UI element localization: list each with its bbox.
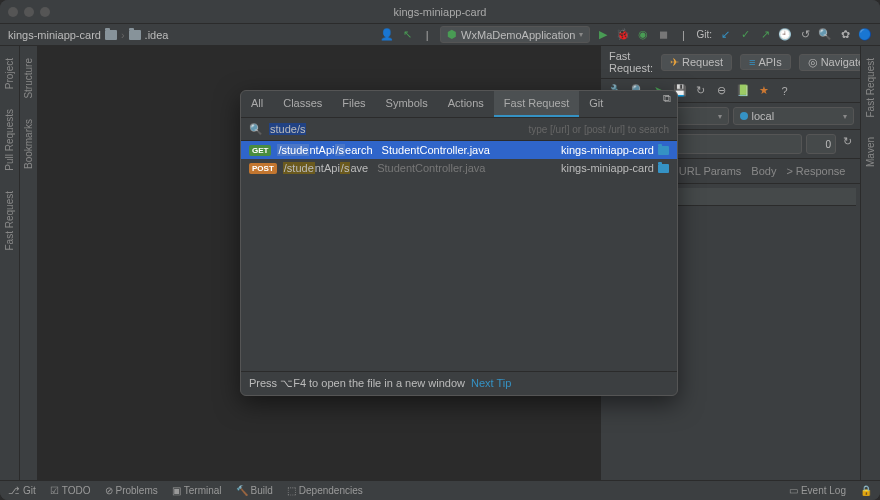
search-results: GET /studentApi/search StudentController… [241, 141, 677, 371]
search-hint: type [/url] or [post /url] to search [528, 124, 669, 135]
search-tab-classes[interactable]: Classes [273, 91, 332, 117]
tool-fast-request-right[interactable]: Fast Request [865, 54, 876, 121]
apis-button[interactable]: ≡APIs [740, 54, 791, 70]
tab-url-params[interactable]: URL Params [674, 163, 747, 179]
search-icon: 🔍 [249, 123, 263, 136]
search-input[interactable]: stude/s [269, 122, 522, 136]
stop-icon[interactable]: ⊖ [714, 83, 729, 98]
retry-count[interactable]: 0 [806, 134, 836, 154]
avatar-icon[interactable]: 🔵 [858, 28, 872, 42]
tool-pull-requests[interactable]: Pull Requests [4, 105, 15, 175]
search-tabs: All Classes Files Symbols Actions Fast R… [241, 91, 677, 118]
separator: | [420, 28, 434, 42]
statusbar: ⎇Git ☑ TODO ⊘ Problems ▣ Terminal 🔨 Buil… [0, 480, 880, 500]
left-tool-gutter: Project Pull Requests Fast Request [0, 46, 20, 480]
titlebar: kings-miniapp-card [0, 0, 880, 24]
tool-fast-request[interactable]: Fast Request [4, 187, 15, 254]
tool-project[interactable]: Project [4, 54, 15, 93]
project-icon [658, 146, 669, 155]
env-select[interactable]: local▾ [733, 107, 855, 125]
git-commit-icon[interactable]: ✓ [738, 28, 752, 42]
http-method-badge: GET [249, 145, 271, 156]
search-result-row[interactable]: POST /studentApi/save StudentController.… [241, 159, 677, 177]
window-title: kings-miniapp-card [394, 6, 487, 18]
traffic-lights[interactable] [8, 7, 50, 17]
search-footer: Press ⌥F4 to open the file in a new wind… [241, 371, 677, 395]
status-todo[interactable]: ☑ TODO [50, 485, 91, 496]
project-icon [658, 164, 669, 173]
run-configuration-select[interactable]: ⬢WxMaDemoApplication▾ [440, 26, 590, 43]
search-tab-symbols[interactable]: Symbols [376, 91, 438, 117]
status-lock-icon[interactable]: 🔒 [860, 485, 872, 496]
right-tool-gutter: Fast Request Maven [860, 46, 880, 480]
search-filter-icon[interactable]: ⧉ [657, 91, 677, 105]
tool-bookmarks[interactable]: Bookmarks [23, 115, 34, 173]
git-push-icon[interactable]: ↗ [758, 28, 772, 42]
search-everywhere-popup: All Classes Files Symbols Actions Fast R… [240, 90, 678, 396]
rollback-icon[interactable]: ↺ [798, 28, 812, 42]
search-tab-files[interactable]: Files [332, 91, 375, 117]
folder-icon [105, 30, 117, 40]
book-icon[interactable]: 📗 [735, 83, 750, 98]
tool-maven[interactable]: Maven [865, 133, 876, 171]
status-build[interactable]: 🔨 Build [236, 485, 273, 496]
history-icon[interactable]: 🕘 [778, 28, 792, 42]
breadcrumb-folder[interactable]: .idea [129, 29, 169, 41]
star-icon[interactable]: ★ [756, 83, 771, 98]
git-update-icon[interactable]: ↙ [718, 28, 732, 42]
chevron-right-icon: › [121, 29, 125, 41]
request-button[interactable]: ✈Request [661, 54, 732, 71]
result-path: /studentApi/save [283, 162, 368, 174]
back-icon[interactable]: ↖ [400, 28, 414, 42]
left-gutter-2: Structure Bookmarks [20, 46, 38, 480]
stop-icon[interactable]: ◼ [656, 28, 670, 42]
debug-icon[interactable]: 🐞 [616, 28, 630, 42]
http-method-badge: POST [249, 163, 277, 174]
status-event-log[interactable]: ▭Event Log [789, 485, 846, 496]
result-file: StudentController.java [377, 162, 485, 174]
separator: | [676, 28, 690, 42]
search-tab-actions[interactable]: Actions [438, 91, 494, 117]
status-terminal[interactable]: ▣ Terminal [172, 485, 222, 496]
search-icon[interactable]: 🔍 [818, 28, 832, 42]
settings-icon[interactable]: ✿ [838, 28, 852, 42]
search-tab-all[interactable]: All [241, 91, 273, 117]
refresh-icon[interactable]: ↻ [693, 83, 708, 98]
breadcrumb: kings-miniapp-card › .idea 👤 ↖ | ⬢WxMaDe… [0, 24, 880, 46]
retry-icon[interactable]: ↻ [840, 134, 854, 148]
run-icon[interactable]: ▶ [596, 28, 610, 42]
status-dependencies[interactable]: ⬚ Dependencies [287, 485, 363, 496]
result-file: StudentController.java [382, 144, 490, 156]
next-tip-link[interactable]: Next Tip [471, 377, 511, 390]
add-user-icon[interactable]: 👤 [380, 28, 394, 42]
status-problems[interactable]: ⊘ Problems [105, 485, 158, 496]
coverage-icon[interactable]: ◉ [636, 28, 650, 42]
fast-request-label: Fast Request: [609, 50, 653, 74]
tab-response[interactable]: > Response [781, 163, 850, 179]
search-result-row[interactable]: GET /studentApi/search StudentController… [241, 141, 677, 159]
folder-icon [129, 30, 141, 40]
result-path: /studentApi/search [277, 144, 372, 156]
help-icon[interactable]: ? [777, 83, 792, 98]
tool-structure[interactable]: Structure [23, 54, 34, 103]
git-label: Git: [696, 29, 712, 40]
search-tab-fast-request[interactable]: Fast Request [494, 91, 579, 117]
tab-body[interactable]: Body [746, 163, 781, 179]
search-tab-git[interactable]: Git [579, 91, 613, 117]
status-git[interactable]: ⎇Git [8, 485, 36, 496]
breadcrumb-project[interactable]: kings-miniapp-card [8, 29, 117, 41]
